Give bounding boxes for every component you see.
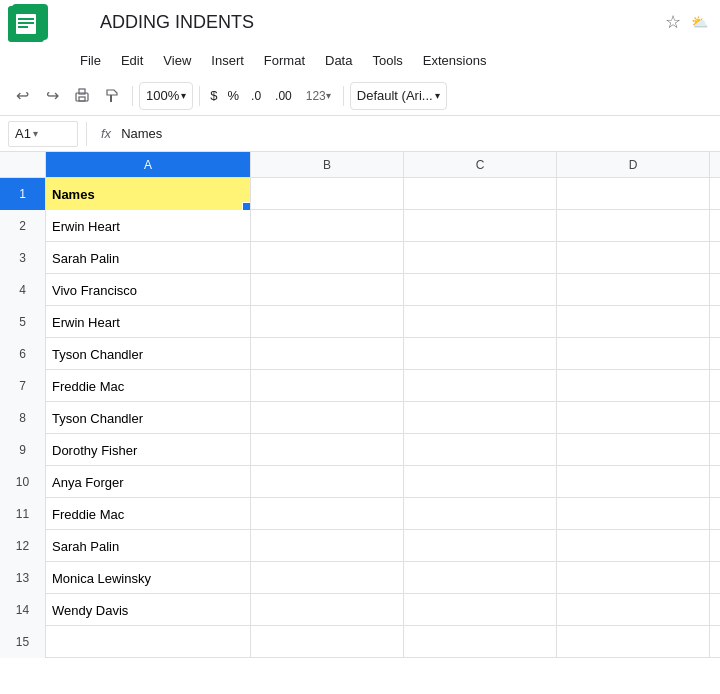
cell-c7[interactable] (404, 370, 557, 402)
percent-button[interactable]: % (223, 84, 243, 107)
cell-a1[interactable]: Names (46, 178, 251, 210)
row-number-3[interactable]: 3 (0, 242, 46, 274)
cell-c9[interactable] (404, 434, 557, 466)
row-number-12[interactable]: 12 (0, 530, 46, 562)
menu-file[interactable]: File (70, 49, 111, 72)
cell-a12[interactable]: Sarah Palin (46, 530, 251, 562)
cell-a9[interactable]: Dorothy Fisher (46, 434, 251, 466)
cell-a13[interactable]: Monica Lewinsky (46, 562, 251, 594)
cell-b14[interactable] (251, 594, 404, 626)
number-format-button[interactable]: 123 ▾ (300, 82, 337, 110)
cell-b13[interactable] (251, 562, 404, 594)
paint-format-button[interactable] (98, 82, 126, 110)
menu-extensions[interactable]: Extensions (413, 49, 497, 72)
cell-c3[interactable] (404, 242, 557, 274)
cell-a5[interactable]: Erwin Heart (46, 306, 251, 338)
row-number-6[interactable]: 6 (0, 338, 46, 370)
row-number-10[interactable]: 10 (0, 466, 46, 498)
col-header-d[interactable]: D (557, 152, 710, 177)
cell-d4[interactable] (557, 274, 710, 306)
col-header-a[interactable]: A (46, 152, 251, 177)
cell-a6[interactable]: Tyson Chandler (46, 338, 251, 370)
cell-b8[interactable] (251, 402, 404, 434)
undo-button[interactable]: ↩ (8, 82, 36, 110)
menu-data[interactable]: Data (315, 49, 362, 72)
cell-b12[interactable] (251, 530, 404, 562)
cell-b6[interactable] (251, 338, 404, 370)
cell-c15[interactable] (404, 626, 557, 658)
cell-c2[interactable] (404, 210, 557, 242)
font-selector[interactable]: Default (Ari... ▾ (350, 82, 447, 110)
cell-b1[interactable] (251, 178, 404, 210)
row-number-9[interactable]: 9 (0, 434, 46, 466)
cell-d11[interactable] (557, 498, 710, 530)
cell-d7[interactable] (557, 370, 710, 402)
cell-d13[interactable] (557, 562, 710, 594)
decimal-minus-button[interactable]: .0 (245, 85, 267, 107)
row-number-2[interactable]: 2 (0, 210, 46, 242)
cell-d2[interactable] (557, 210, 710, 242)
decimal-plus-button[interactable]: .00 (269, 85, 298, 107)
cell-reference[interactable]: A1 ▾ (8, 121, 78, 147)
cell-d12[interactable] (557, 530, 710, 562)
print-button[interactable] (68, 82, 96, 110)
cell-c10[interactable] (404, 466, 557, 498)
menu-insert[interactable]: Insert (201, 49, 254, 72)
cell-d9[interactable] (557, 434, 710, 466)
cell-a10[interactable]: Anya Forger (46, 466, 251, 498)
cell-b9[interactable] (251, 434, 404, 466)
cell-b5[interactable] (251, 306, 404, 338)
row-number-1[interactable]: 1 (0, 178, 46, 210)
cell-b4[interactable] (251, 274, 404, 306)
cell-c8[interactable] (404, 402, 557, 434)
cell-b11[interactable] (251, 498, 404, 530)
cell-a2[interactable]: Erwin Heart (46, 210, 251, 242)
cell-c13[interactable] (404, 562, 557, 594)
row-number-15[interactable]: 15 (0, 626, 46, 658)
cloud-icon[interactable]: ⛅ (691, 14, 708, 30)
cell-c1[interactable] (404, 178, 557, 210)
cell-a14[interactable]: Wendy Davis (46, 594, 251, 626)
cell-d3[interactable] (557, 242, 710, 274)
cell-d15[interactable] (557, 626, 710, 658)
row-number-8[interactable]: 8 (0, 402, 46, 434)
row-number-13[interactable]: 13 (0, 562, 46, 594)
currency-button[interactable]: $ (206, 84, 221, 107)
cell-c12[interactable] (404, 530, 557, 562)
cell-b3[interactable] (251, 242, 404, 274)
col-header-b[interactable]: B (251, 152, 404, 177)
row-number-11[interactable]: 11 (0, 498, 46, 530)
cell-a3[interactable]: Sarah Palin (46, 242, 251, 274)
cell-a7[interactable]: Freddie Mac (46, 370, 251, 402)
col-header-c[interactable]: C (404, 152, 557, 177)
redo-button[interactable]: ↪ (38, 82, 66, 110)
row-number-5[interactable]: 5 (0, 306, 46, 338)
cell-c11[interactable] (404, 498, 557, 530)
row-number-4[interactable]: 4 (0, 274, 46, 306)
cell-d8[interactable] (557, 402, 710, 434)
cell-d1[interactable] (557, 178, 710, 210)
cell-a8[interactable]: Tyson Chandler (46, 402, 251, 434)
row-number-14[interactable]: 14 (0, 594, 46, 626)
zoom-selector[interactable]: 100% ▾ (139, 82, 193, 110)
cell-b10[interactable] (251, 466, 404, 498)
menu-format[interactable]: Format (254, 49, 315, 72)
menu-tools[interactable]: Tools (362, 49, 412, 72)
cell-b7[interactable] (251, 370, 404, 402)
star-icon[interactable]: ☆ (665, 11, 681, 33)
cell-a15[interactable] (46, 626, 251, 658)
cell-c4[interactable] (404, 274, 557, 306)
cell-d10[interactable] (557, 466, 710, 498)
cell-c6[interactable] (404, 338, 557, 370)
cell-c5[interactable] (404, 306, 557, 338)
cell-d5[interactable] (557, 306, 710, 338)
menu-edit[interactable]: Edit (111, 49, 153, 72)
cell-d14[interactable] (557, 594, 710, 626)
cell-a11[interactable]: Freddie Mac (46, 498, 251, 530)
menu-view[interactable]: View (153, 49, 201, 72)
cell-c14[interactable] (404, 594, 557, 626)
row-number-7[interactable]: 7 (0, 370, 46, 402)
cell-d6[interactable] (557, 338, 710, 370)
cell-a4[interactable]: Vivo Francisco (46, 274, 251, 306)
cell-b2[interactable] (251, 210, 404, 242)
